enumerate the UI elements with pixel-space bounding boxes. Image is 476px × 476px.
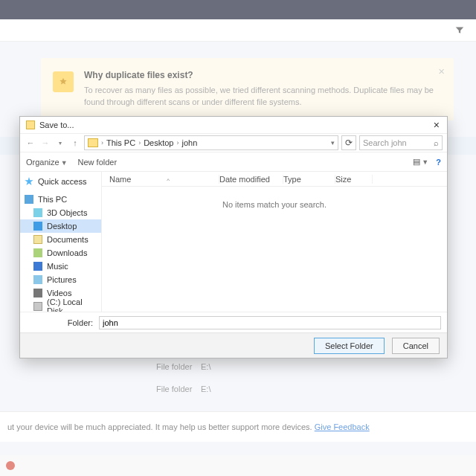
nav-tree: Quick access This PC 3D Objects Desktop …: [20, 172, 102, 312]
feedback-bar: ut your device will be much appreciated.…: [0, 411, 476, 442]
folder-name-row: Folder:: [20, 312, 447, 332]
give-feedback-link[interactable]: Give Feedback: [315, 422, 370, 431]
status-error-icon: [6, 461, 15, 470]
refresh-button[interactable]: ⟳: [341, 135, 356, 150]
organize-menu[interactable]: Organize▼: [26, 158, 68, 167]
filter-bar: [0, 19, 476, 42]
save-to-dialog: Save to... × ← → ▾ ↑ › This PC› Desktop›…: [19, 116, 448, 358]
forward-button[interactable]: →: [39, 137, 51, 149]
dialog-nav-row: ← → ▾ ↑ › This PC› Desktop› john ▾ ⟳ Sea…: [20, 133, 447, 152]
background-file-rows: File folder E:\ File folder E:\: [0, 356, 476, 400]
notice-title: Why duplicate files exist?: [84, 70, 436, 80]
nav-documents[interactable]: Documents: [20, 233, 101, 246]
select-folder-button[interactable]: Select Folder: [314, 338, 385, 354]
breadcrumb[interactable]: › This PC› Desktop› john ▾: [84, 135, 338, 150]
back-button[interactable]: ←: [25, 137, 36, 149]
dialog-titlebar: Save to... ×: [20, 117, 447, 133]
status-bar: [0, 455, 476, 476]
recent-button[interactable]: ▾: [54, 137, 66, 149]
folder-icon: [26, 120, 35, 129]
dialog-close-button[interactable]: ×: [431, 119, 443, 131]
dialog-toolbar: Organize▼ New folder ▤▼ ?: [20, 152, 447, 172]
notice-text: To recover as many files as possible, we…: [84, 85, 436, 109]
nav-downloads[interactable]: Downloads: [20, 246, 101, 260]
empty-message: No items match your search.: [102, 187, 447, 209]
view-menu[interactable]: ▤▼: [413, 157, 428, 167]
help-icon[interactable]: ?: [436, 158, 441, 167]
nav-desktop[interactable]: Desktop: [20, 219, 101, 233]
nav-pictures[interactable]: Pictures: [20, 273, 101, 286]
dialog-button-row: Select Folder Cancel: [20, 332, 447, 358]
folder-label: Folder:: [26, 318, 93, 327]
search-input[interactable]: Search john ⌕: [359, 135, 443, 150]
nav-quick-access[interactable]: Quick access: [20, 175, 101, 188]
column-headers[interactable]: Name^ Date modified Type Size: [102, 172, 447, 187]
folder-star-icon: [53, 71, 74, 92]
cancel-button[interactable]: Cancel: [392, 338, 440, 354]
dialog-title: Save to...: [39, 120, 74, 129]
nav-music[interactable]: Music: [20, 260, 101, 273]
search-icon: ⌕: [434, 138, 439, 147]
folder-icon: [88, 138, 98, 147]
nav-local-disk-c[interactable]: (C:) Local Disk: [20, 300, 101, 312]
nav-3d-objects[interactable]: 3D Objects: [20, 206, 101, 219]
new-folder-button[interactable]: New folder: [78, 158, 118, 167]
filter-icon[interactable]: [455, 26, 464, 35]
table-row: File folder E:\: [0, 378, 476, 400]
duplicate-files-notice: Why duplicate files exist? To recover as…: [41, 58, 454, 120]
folder-input[interactable]: [99, 316, 441, 329]
close-icon[interactable]: ×: [438, 65, 445, 77]
nav-this-pc[interactable]: This PC: [20, 193, 101, 206]
file-list: Name^ Date modified Type Size No items m…: [102, 172, 447, 312]
up-button[interactable]: ↑: [69, 137, 81, 149]
table-row: File folder E:\: [0, 356, 476, 378]
app-titlebar: [0, 0, 476, 19]
